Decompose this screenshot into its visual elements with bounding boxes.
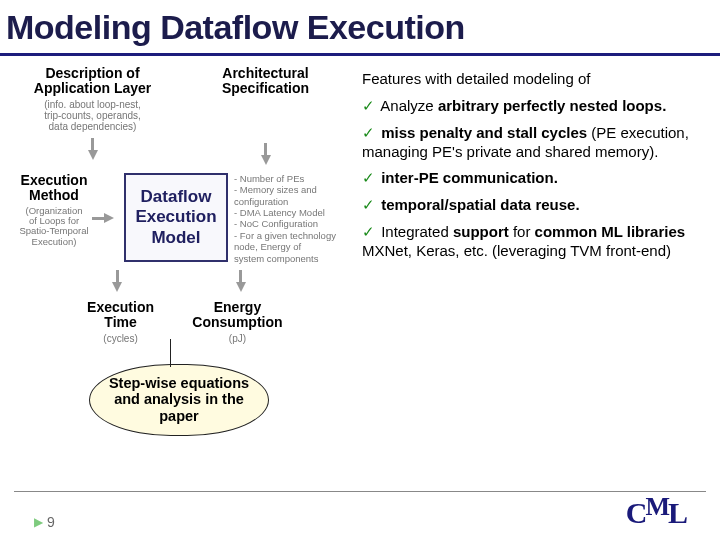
model-box: Dataflow Execution Model — [124, 173, 228, 262]
feature-item: ✓ Integrated support for common ML libra… — [362, 223, 702, 261]
block-exec-time: Execution Time (cycles) — [70, 300, 171, 344]
spec-notes: - Number of PEs - Memory sizes and confi… — [234, 173, 344, 264]
feature-item: ✓ temporal/spatial data reuse. — [362, 196, 702, 215]
block-title: Energy Consumption — [192, 300, 282, 331]
check-icon: ✓ — [362, 124, 375, 141]
block-app-layer: Description of Application Layer (info. … — [14, 66, 171, 169]
callout-bubble: Step-wise equations and analysis in the … — [89, 364, 269, 436]
feature-item: ✓ Analyze arbitrary perfectly nested loo… — [362, 97, 702, 116]
feature-text-plain: MXNet, Keras, etc. (leveraging TVM front… — [362, 242, 671, 259]
arrow-down-icon — [261, 155, 271, 165]
diagram-top-row: Description of Application Layer (info. … — [14, 66, 344, 169]
feature-item: ✓ inter-PE communication. — [362, 169, 702, 188]
diagram-mid-row: Execution Method (Organization of Loops … — [14, 173, 344, 264]
arrow-right-icon — [104, 213, 114, 223]
block-arch-spec: Architectural Specification — [187, 66, 344, 169]
feature-text-plain: for — [509, 223, 535, 240]
feature-text-plain: Integrated — [381, 223, 453, 240]
footer: ▶ 9 CML — [14, 491, 706, 530]
page-number-value: 9 — [47, 514, 55, 530]
content-area: Description of Application Layer (info. … — [0, 56, 720, 436]
cml-logo: CML — [626, 496, 686, 530]
feature-text-bold: arbitrary perfectly nested loops. — [438, 97, 666, 114]
arrow-down-icon — [236, 282, 246, 292]
check-icon: ✓ — [362, 97, 375, 114]
logo-l: L — [668, 496, 686, 529]
check-icon: ✓ — [362, 169, 375, 186]
block-energy: Energy Consumption (pJ) — [187, 300, 288, 344]
block-title: Execution Time — [87, 300, 154, 331]
feature-text-bold: temporal/spatial data reuse. — [381, 196, 579, 213]
block-title: Description of Application Layer — [34, 66, 151, 97]
feature-text-plain: Analyze — [380, 97, 438, 114]
logo-c: C — [626, 496, 646, 529]
dataflow-diagram: Description of Application Layer (info. … — [14, 66, 344, 344]
logo-m: M — [645, 492, 668, 521]
features-column: Features with detailed modeling of ✓ Ana… — [362, 66, 702, 436]
diagram-bottom-row: Execution Time (cycles) Energy Consumpti… — [70, 300, 288, 344]
feature-text-bold: support — [453, 223, 509, 240]
triangle-icon: ▶ — [34, 515, 43, 529]
block-title: Execution Method — [14, 173, 94, 204]
page-number: ▶ 9 — [34, 514, 55, 530]
diagram-down-arrows — [70, 264, 288, 296]
block-subtitle: (pJ) — [229, 333, 246, 344]
feature-text-bold: miss penalty and stall cycles — [381, 124, 587, 141]
feature-text-bold: common ML libraries — [535, 223, 686, 240]
diagram-column: Description of Application Layer (info. … — [14, 66, 344, 436]
arrow-down-icon — [112, 282, 122, 292]
feature-text-bold: inter-PE communication. — [381, 169, 558, 186]
block-exec-method: Execution Method (Organization of Loops … — [14, 173, 94, 248]
block-subtitle: (Organization of Loops for Spatio-Tempor… — [14, 206, 94, 248]
features-heading: Features with detailed modeling of — [362, 70, 702, 87]
slide-title: Modeling Dataflow Execution — [0, 0, 720, 56]
block-subtitle: (cycles) — [103, 333, 137, 344]
check-icon: ✓ — [362, 223, 375, 240]
feature-item: ✓ miss penalty and stall cycles (PE exec… — [362, 124, 702, 162]
arrow-down-icon — [88, 150, 98, 160]
block-subtitle: (info. about loop-nest, trip-counts, ope… — [44, 99, 141, 132]
block-title: Architectural Specification — [222, 66, 309, 97]
check-icon: ✓ — [362, 196, 375, 213]
